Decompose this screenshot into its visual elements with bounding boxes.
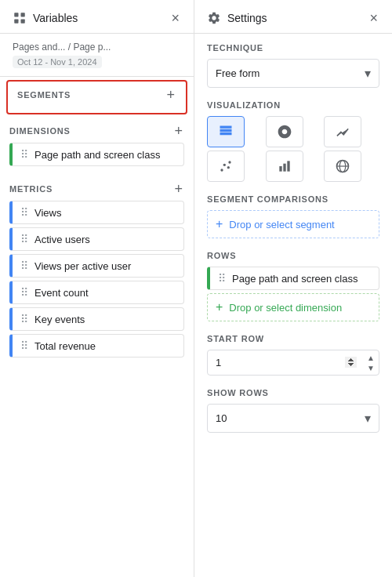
svg-rect-8 bbox=[279, 166, 281, 172]
viz-globe-button[interactable] bbox=[324, 151, 361, 182]
right-panel-title: Settings bbox=[207, 11, 267, 25]
metric-item-views-per-active-user[interactable]: ⠿ Views per active user bbox=[9, 254, 184, 278]
technique-value: Free form bbox=[216, 67, 260, 79]
left-panel-header: Variables × bbox=[0, 0, 194, 34]
start-row-input-wrap: ▲ ▼ bbox=[207, 350, 379, 376]
drag-icon: ⠿ bbox=[20, 206, 28, 219]
scatter-icon bbox=[218, 158, 234, 174]
left-panel-close-button[interactable]: × bbox=[169, 9, 181, 27]
add-dimension-button[interactable]: + bbox=[172, 124, 184, 138]
table-icon bbox=[218, 124, 234, 140]
metrics-label: METRICS bbox=[9, 184, 53, 194]
metric-item-active-users[interactable]: ⠿ Active users bbox=[9, 227, 184, 251]
visualization-section: VISUALIZATION bbox=[207, 100, 379, 182]
viz-line-button[interactable] bbox=[324, 116, 361, 147]
donut-chart-icon bbox=[277, 124, 292, 140]
metric-label: Key events bbox=[34, 314, 85, 325]
exploration-date: Oct 12 - Nov 1, 2024 bbox=[13, 56, 102, 68]
metric-label: Views per active user bbox=[34, 260, 131, 272]
start-row-input[interactable] bbox=[207, 350, 379, 376]
metric-label: Event count bbox=[34, 287, 89, 299]
metrics-list: ⠿ Views ⠿ Active users ⠿ Views per activ… bbox=[9, 201, 184, 357]
drag-icon: ⠿ bbox=[218, 272, 226, 285]
rows-section: ROWS ⠿ Page path and screen class + Drop… bbox=[207, 251, 379, 321]
dimensions-label: DIMENSIONS bbox=[9, 126, 71, 136]
rows-label: ROWS bbox=[207, 251, 379, 260]
start-row-section: START ROW ▲ ▼ bbox=[207, 334, 379, 376]
viz-bar-button[interactable] bbox=[266, 151, 303, 182]
show-rows-label: SHOW ROWS bbox=[207, 388, 379, 397]
globe-icon bbox=[335, 158, 350, 174]
right-panel: Settings × TECHNIQUE Free form ▾ VISUALI… bbox=[194, 0, 392, 577]
left-panel-title-text: Variables bbox=[33, 12, 78, 24]
metric-item-key-events[interactable]: ⠿ Key events bbox=[9, 307, 184, 331]
drop-segment-label: Drop or select segment bbox=[229, 219, 334, 230]
rows-item-label: Page path and screen class bbox=[232, 273, 358, 285]
visualization-label: VISUALIZATION bbox=[207, 100, 379, 110]
drag-icon: ⠿ bbox=[20, 339, 28, 352]
technique-dropdown[interactable]: Free form ▾ bbox=[207, 59, 379, 88]
metric-item-event-count[interactable]: ⠿ Event count bbox=[9, 281, 184, 304]
svg-point-7 bbox=[228, 161, 230, 163]
drop-dimension-label: Drop or select dimension bbox=[229, 302, 342, 314]
drag-icon: ⠿ bbox=[20, 313, 28, 325]
svg-rect-9 bbox=[283, 164, 285, 172]
settings-content: TECHNIQUE Free form ▾ VISUALIZATION bbox=[194, 34, 392, 577]
svg-point-6 bbox=[227, 166, 230, 169]
show-rows-section: SHOW ROWS 10 ▾ bbox=[207, 388, 379, 433]
bar-chart-icon bbox=[277, 158, 292, 174]
start-row-down-button[interactable]: ▼ bbox=[365, 363, 376, 372]
rows-item-page-path[interactable]: ⠿ Page path and screen class bbox=[207, 267, 379, 290]
viz-donut-button[interactable] bbox=[266, 116, 303, 147]
svg-rect-0 bbox=[14, 13, 18, 16]
start-row-label: START ROW bbox=[207, 334, 379, 343]
left-panel: Variables × Pages and... / Page p... Oct… bbox=[0, 0, 194, 577]
exploration-info: Pages and... / Page p... Oct 12 - Nov 1,… bbox=[0, 34, 194, 77]
svg-point-5 bbox=[223, 164, 226, 166]
svg-rect-3 bbox=[21, 20, 25, 24]
svg-rect-2 bbox=[14, 20, 18, 24]
right-panel-close-button[interactable]: × bbox=[368, 9, 379, 27]
plus-icon: + bbox=[216, 217, 223, 231]
svg-point-4 bbox=[220, 169, 223, 171]
dimensions-list: ⠿ Page path and screen class bbox=[9, 143, 184, 166]
show-rows-dropdown[interactable]: 10 ▾ bbox=[207, 404, 379, 433]
metrics-header: METRICS + bbox=[9, 182, 184, 196]
metric-label: Views bbox=[34, 207, 61, 219]
show-rows-value: 10 bbox=[216, 412, 227, 424]
drag-icon: ⠿ bbox=[20, 286, 28, 299]
drag-icon: ⠿ bbox=[20, 259, 28, 272]
drag-icon: ⠿ bbox=[20, 233, 28, 245]
start-row-up-button[interactable]: ▲ bbox=[365, 353, 376, 362]
variables-icon bbox=[13, 11, 27, 25]
dimensions-section: DIMENSIONS + ⠿ Page path and screen clas… bbox=[0, 118, 194, 176]
plus-icon: + bbox=[216, 300, 223, 314]
drop-segment-zone[interactable]: + Drop or select segment bbox=[207, 210, 379, 238]
add-metric-button[interactable]: + bbox=[172, 182, 184, 196]
metric-item-total-revenue[interactable]: ⠿ Total revenue bbox=[9, 334, 184, 357]
segments-header: SEGMENTS + bbox=[17, 88, 176, 102]
technique-label: TECHNIQUE bbox=[207, 43, 379, 53]
chevron-down-icon: ▾ bbox=[365, 66, 371, 81]
chevron-down-icon: ▾ bbox=[365, 411, 371, 426]
svg-rect-10 bbox=[287, 161, 289, 171]
dimensions-header: DIMENSIONS + bbox=[9, 124, 184, 138]
dimension-item-label: Page path and screen class bbox=[34, 149, 160, 161]
svg-rect-1 bbox=[21, 13, 25, 16]
segments-section: SEGMENTS + bbox=[6, 80, 187, 114]
segment-comparisons-section: SEGMENT COMPARISONS + Drop or select seg… bbox=[207, 194, 379, 238]
left-panel-title: Variables bbox=[13, 11, 78, 25]
viz-scatter-button[interactable] bbox=[207, 151, 245, 182]
metrics-section: METRICS + ⠿ Views ⠿ Active users ⠿ Views… bbox=[0, 176, 194, 367]
segment-comparisons-label: SEGMENT COMPARISONS bbox=[207, 194, 379, 204]
dimension-item-page-path[interactable]: ⠿ Page path and screen class bbox=[9, 143, 184, 166]
metric-item-views[interactable]: ⠿ Views bbox=[9, 201, 184, 224]
metric-label: Active users bbox=[34, 234, 90, 245]
settings-icon bbox=[207, 11, 221, 25]
exploration-pages: Pages and... / Page p... bbox=[13, 42, 181, 53]
visualization-grid bbox=[207, 116, 379, 182]
add-segment-button[interactable]: + bbox=[165, 88, 176, 102]
drop-dimension-zone[interactable]: + Drop or select dimension bbox=[207, 293, 379, 321]
viz-table-button[interactable] bbox=[207, 116, 245, 147]
segments-label: SEGMENTS bbox=[17, 90, 71, 100]
